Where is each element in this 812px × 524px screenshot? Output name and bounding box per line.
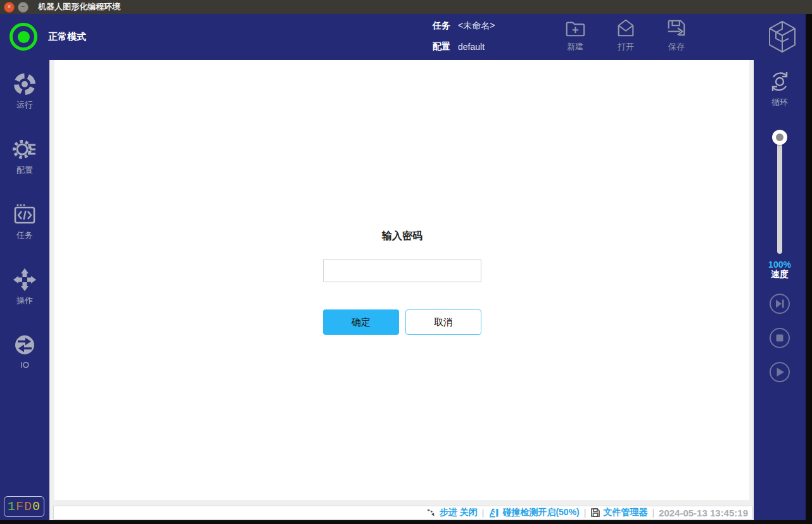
speed-slider-knob[interactable] [772, 130, 787, 145]
sidebar-item-jog-label: 操作 [16, 295, 33, 306]
loop-cycle-icon [767, 69, 792, 94]
open-task-label: 打开 [618, 41, 634, 53]
mode-label: 正常模式 [48, 14, 86, 60]
mode-status-icon [10, 23, 37, 51]
loop-label: 循环 [771, 97, 788, 108]
status-bar: 步进 关闭 | 碰撞检测开启(50%) | 文件管理器 | 2024-05-13… [53, 506, 752, 520]
separator: | [584, 508, 587, 518]
step-status-label: 步进 关闭 [440, 507, 478, 518]
sidebar-item-io[interactable]: IO [12, 332, 37, 370]
speed-slider [754, 130, 806, 256]
playback-controls [754, 293, 806, 383]
collision-status[interactable]: 碰撞检测开启(50%) [488, 507, 579, 518]
file-manager-link[interactable]: 文件管理器 [590, 507, 647, 518]
step-arrow-icon [426, 508, 437, 518]
run-icon [12, 72, 37, 97]
speed-label: 速度 [754, 270, 806, 279]
new-task-button[interactable]: 新建 [555, 18, 595, 57]
open-task-button[interactable]: 打开 [606, 18, 646, 57]
new-task-label: 新建 [567, 41, 583, 53]
badge-char: F [16, 499, 24, 514]
password-input[interactable] [323, 259, 481, 282]
sidebar-item-jog[interactable]: 操作 [12, 267, 37, 306]
datetime: 2024-05-13 13:45:19 [659, 508, 748, 518]
open-task-icon [615, 18, 637, 39]
speed-readout: 100% 速度 [754, 260, 806, 279]
config-label: 配置 [433, 41, 450, 53]
cube-logo-icon [768, 20, 797, 53]
collision-clamp-icon [488, 507, 500, 518]
speed-slider-track[interactable] [777, 139, 782, 254]
right-sidebar: 循环 100% 速度 [754, 60, 806, 520]
task-code-icon [12, 202, 37, 227]
play-button[interactable] [769, 361, 790, 383]
separator: | [482, 508, 485, 518]
stop-button[interactable] [769, 327, 790, 349]
brand-logo [768, 20, 797, 53]
navbar-actions: 新建 打开 保存 [555, 18, 697, 57]
left-sidebar-items: 运行 配置 任务 [0, 60, 49, 370]
separator: | [652, 508, 654, 518]
close-icon[interactable]: × [4, 2, 15, 13]
sidebar-item-task[interactable]: 任务 [12, 202, 37, 241]
collision-status-label: 碰撞检测开启(50%) [502, 507, 579, 518]
window-title: 机器人图形化编程环境 [38, 1, 120, 13]
dialog-title: 输入密码 [323, 230, 481, 243]
status-badge: 1FD0 [4, 496, 44, 517]
confirm-button[interactable]: 确定 [323, 309, 399, 335]
sidebar-item-run[interactable]: 运行 [12, 72, 37, 111]
badge-char: 1 [8, 499, 16, 514]
config-gear-icon [12, 137, 37, 162]
content-background: 输入密码 确定 取消 步进 关闭 | 碰撞检测开启(50%) | [49, 60, 754, 520]
sidebar-item-run-label: 运行 [16, 99, 33, 111]
speed-percent: 100% [754, 260, 806, 270]
badge-char: D [24, 499, 32, 514]
config-value: default [458, 42, 485, 52]
sidebar-item-config-label: 配置 [16, 165, 33, 176]
config-row: 配置 default [433, 41, 495, 53]
file-manager-label: 文件管理器 [603, 507, 647, 518]
jog-arrows-icon [12, 267, 37, 292]
window-edge-bottom [0, 520, 812, 524]
task-value: <未命名> [458, 20, 495, 32]
slider-knob-dot [776, 134, 783, 141]
task-label: 任务 [433, 20, 450, 32]
task-row: 任务 <未命名> [433, 20, 495, 32]
green-dot-icon [18, 31, 30, 43]
new-task-icon [564, 18, 586, 39]
top-navbar: 正常模式 任务 <未命名> 配置 default 新建 打开 [0, 14, 806, 60]
sidebar-item-task-label: 任务 [16, 230, 33, 241]
save-task-label: 保存 [668, 41, 685, 53]
disk-icon [590, 508, 600, 518]
sidebar-item-config[interactable]: 配置 [12, 137, 37, 176]
play-icon [769, 361, 790, 383]
window-edge-right [806, 14, 812, 524]
dialog-buttons: 确定 取消 [323, 309, 481, 335]
step-next-button[interactable] [769, 293, 790, 315]
loop-toggle[interactable]: 循环 [754, 69, 806, 108]
sidebar-item-io-label: IO [20, 360, 29, 370]
save-task-icon [666, 18, 687, 39]
save-task-button[interactable]: 保存 [656, 18, 697, 57]
badge-char: 0 [32, 499, 41, 514]
io-swap-icon [12, 332, 37, 358]
left-sidebar: 运行 配置 任务 [0, 60, 49, 520]
minimize-icon[interactable]: − [18, 2, 29, 13]
main-panel: 输入密码 确定 取消 [54, 60, 749, 500]
titlebar: × − 机器人图形化编程环境 [0, 0, 812, 14]
step-status[interactable]: 步进 关闭 [426, 507, 478, 518]
step-next-icon [769, 293, 790, 315]
password-dialog: 输入密码 确定 取消 [323, 230, 481, 335]
task-config-block: 任务 <未命名> 配置 default [433, 20, 495, 53]
cancel-button[interactable]: 取消 [405, 309, 481, 335]
stop-icon [769, 327, 790, 349]
